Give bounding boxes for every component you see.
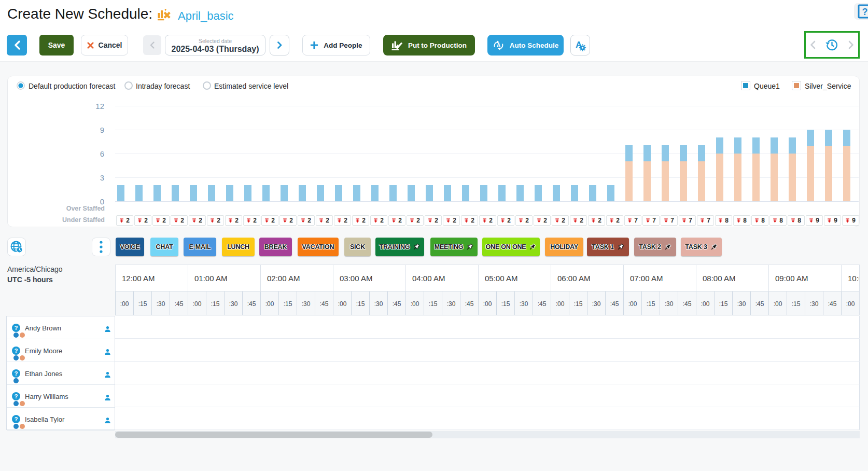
svg-text:A: A [497, 41, 501, 48]
svg-text:?: ? [862, 7, 868, 17]
